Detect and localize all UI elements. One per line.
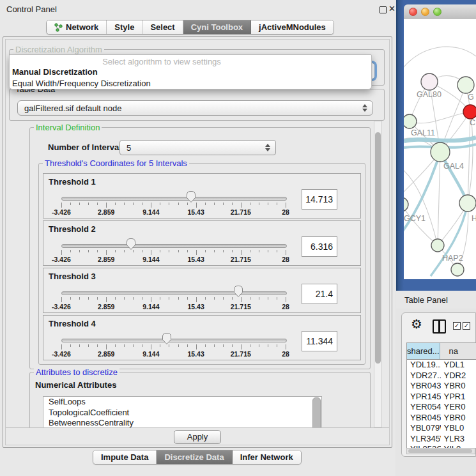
network-node[interactable]: [404, 114, 417, 128]
network-node[interactable]: [421, 73, 438, 90]
column-header-name[interactable]: na: [440, 343, 476, 359]
tab-label: Network: [66, 22, 98, 32]
tick-mark: [160, 297, 160, 300]
tab-style[interactable]: Style: [107, 20, 142, 34]
table-row[interactable]: YBR043CYBR0: [407, 381, 476, 392]
table-cell[interactable]: YBL0: [441, 423, 476, 434]
network-graph: GAL80GGAL11CGAL4GCY1HHAP2: [404, 19, 476, 279]
threshold-slider-thumb[interactable]: [233, 285, 243, 298]
column-header-shared-name[interactable]: shared...: [407, 343, 440, 359]
threshold-value-field[interactable]: 11.344: [302, 331, 337, 351]
columns-icon[interactable]: [433, 319, 446, 334]
tab-infer-network[interactable]: Infer Network: [233, 450, 301, 464]
table-row[interactable]: YER054CYER0: [407, 402, 476, 413]
tick-mark: [259, 297, 259, 300]
network-node[interactable]: [457, 77, 474, 93]
table-cell[interactable]: YBR0: [441, 413, 476, 424]
tab-network[interactable]: Network: [47, 20, 107, 34]
tick-mark: [286, 297, 286, 302]
table-row[interactable]: YPR145WYPR1: [407, 392, 476, 403]
algorithm-options: Manual DiscretizationEqual Width/Frequen…: [10, 66, 371, 89]
settings-scrollbar[interactable]: [374, 121, 382, 427]
minimize-window-icon[interactable]: [421, 8, 429, 16]
table-cell[interactable]: YER0: [441, 402, 476, 413]
tick-mark: [97, 344, 98, 347]
apply-button[interactable]: Apply: [174, 430, 221, 444]
tick-label: 21.715: [222, 256, 260, 263]
table-cell[interactable]: YPR1: [441, 392, 476, 403]
table-cell[interactable]: YPR145W: [407, 392, 441, 403]
interval-definition-group: Interval Definition Number of Intervals …: [29, 127, 371, 369]
table-cell[interactable]: YDL19...: [407, 360, 441, 371]
algorithm-option[interactable]: Equal Width/Frequency Discretization: [10, 78, 371, 89]
threshold-panel: Threshold 3 21.4 -3.4262.8599.14415.4321…: [43, 268, 361, 313]
checkbox-icon[interactable]: ✓: [463, 322, 470, 330]
threshold-slider-thumb[interactable]: [186, 190, 196, 203]
network-node[interactable]: [451, 263, 464, 276]
threshold-panel: Threshold 1 14.713 -3.4262.8599.14415.43…: [43, 173, 361, 219]
network-node[interactable]: [404, 197, 408, 211]
table-hscrollbar-thumb[interactable]: [408, 449, 472, 453]
network-node[interactable]: [431, 142, 450, 162]
table-cell[interactable]: YLR3: [441, 434, 476, 445]
threshold-value-field[interactable]: 21.4: [302, 284, 337, 304]
tab-discretize-data[interactable]: Discretize Data: [157, 450, 232, 464]
tab-cyni-toolbox[interactable]: Cyni Toolbox: [183, 20, 251, 34]
network-node[interactable]: [463, 105, 476, 119]
checkbox-icon[interactable]: ✓: [453, 322, 461, 330]
threshold-slider-track[interactable]: [61, 197, 287, 201]
attribute-item[interactable]: TopologicalCoefficient: [43, 408, 321, 418]
tab-label: Cyni Toolbox: [191, 22, 243, 32]
table-row[interactable]: YLR345WYLR3: [407, 434, 476, 445]
threshold-value-field[interactable]: 6.316: [302, 236, 337, 257]
attributes-list-scrollbar[interactable]: [312, 397, 321, 431]
tick-mark: [142, 344, 142, 347]
zoom-window-icon[interactable]: [433, 8, 441, 16]
tick-mark: [133, 297, 134, 300]
table-row[interactable]: YDR27...YDR2: [407, 371, 476, 381]
tab-jactivemnodules[interactable]: jActiveMNodules: [251, 20, 334, 34]
tick-mark: [115, 297, 116, 300]
tab-select[interactable]: Select: [142, 20, 183, 34]
network-canvas[interactable]: GAL80GGAL11CGAL4GCY1HHAP2: [404, 19, 476, 279]
algorithm-prompt-option[interactable]: Select algorithm to view settings: [10, 57, 371, 66]
threshold-slider-track[interactable]: [61, 244, 287, 248]
threshold-slider-track[interactable]: [61, 339, 287, 342]
table-row[interactable]: YBR045CYBR0: [407, 413, 476, 424]
threshold-slider-thumb[interactable]: [162, 332, 172, 345]
settings-scrollbar-thumb[interactable]: [375, 132, 381, 364]
algorithm-option[interactable]: Manual Discretization: [10, 66, 371, 78]
table-cell[interactable]: YER054C: [407, 402, 441, 413]
threshold-value-field[interactable]: 14.713: [302, 189, 337, 210]
close-window-icon[interactable]: [409, 8, 417, 16]
tick-mark: [232, 297, 233, 300]
table-row[interactable]: YDL19...YDL1: [407, 360, 476, 371]
threshold-slider-thumb[interactable]: [126, 238, 136, 250]
network-node[interactable]: [459, 195, 476, 211]
table-cell[interactable]: YDR27...: [407, 371, 441, 381]
table-cell[interactable]: YLR345W: [407, 434, 441, 445]
table-row[interactable]: YBL079WYBL0: [407, 423, 476, 434]
node-label: HAP2: [442, 254, 463, 263]
table-horizontal-scrollbar[interactable]: [406, 448, 475, 454]
table-data-combo[interactable]: galFiltered.sif default node: [17, 100, 373, 116]
tick-mark: [97, 203, 98, 205]
tick-label: 21.715: [222, 303, 260, 311]
close-icon[interactable]: ✕: [388, 4, 395, 13]
table-cell[interactable]: YDL1: [441, 360, 476, 371]
table-cell[interactable]: YBR043C: [407, 381, 441, 392]
tab-impute-data[interactable]: Impute Data: [93, 450, 157, 464]
attribute-item[interactable]: SelfLoops: [43, 397, 321, 408]
table-cell[interactable]: YBR0: [441, 381, 476, 392]
number-of-intervals-combo[interactable]: 5: [119, 140, 276, 155]
table-cell[interactable]: YDR2: [441, 371, 476, 381]
tick-mark: [214, 297, 215, 300]
table-cell[interactable]: YBL079W: [407, 423, 441, 434]
network-window-titlebar[interactable]: [404, 4, 476, 20]
tick-mark: [250, 297, 250, 300]
network-node[interactable]: [431, 239, 444, 252]
table-cell[interactable]: YBR045C: [407, 413, 441, 424]
gear-icon[interactable]: ⚙: [411, 318, 422, 330]
threshold-slider-track[interactable]: [61, 291, 287, 295]
float-window-icon[interactable]: [380, 6, 387, 13]
